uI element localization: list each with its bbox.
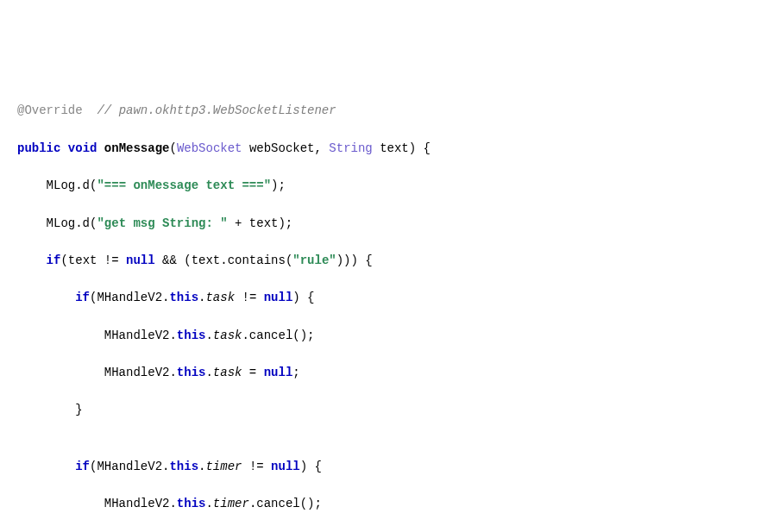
code-line: if(MHandleV2.this.task != null) { [17, 289, 750, 308]
field: task [213, 366, 242, 379]
string: "rule" [292, 253, 336, 267]
text: MHandleV2. [17, 366, 177, 379]
method-name: onMessage [104, 141, 170, 155]
text: != [242, 460, 271, 473]
text: != [235, 291, 264, 304]
text: .cancel(); [249, 497, 322, 510]
comment: // pawn.okhttp3.WebSocketListener [83, 103, 336, 117]
code-line: if(text != null && (text.contains("rule"… [17, 252, 750, 271]
keyword: this [169, 291, 198, 304]
code-line: public void onMessage(WebSocket webSocke… [17, 140, 750, 159]
text: MHandleV2. [17, 497, 177, 510]
text: (text != [60, 253, 126, 267]
text: MLog.d( [17, 178, 97, 192]
text: MLog.d( [17, 216, 97, 230]
annotation: @Override [17, 103, 83, 117]
text: = [242, 366, 263, 379]
code-line: MHandleV2.this.task = null; [17, 364, 750, 383]
keyword: if [75, 460, 90, 473]
text: . [205, 366, 212, 379]
text: MHandleV2. [17, 329, 177, 342]
text: (MHandleV2. [90, 460, 169, 473]
code-line: MHandleV2.this.task.cancel(); [17, 327, 750, 346]
text: (MHandleV2. [90, 291, 169, 304]
keyword: null [126, 253, 155, 267]
text: . [205, 329, 212, 342]
text: .cancel(); [242, 329, 314, 342]
string: "get msg String: " [97, 216, 227, 230]
keyword: if [47, 253, 61, 267]
code-line: MLog.d("get msg String: " + text); [17, 215, 750, 234]
code-line: MLog.d("=== onMessage text ==="); [17, 177, 750, 196]
text: ))) { [336, 253, 373, 267]
text: && (text.contains( [155, 253, 293, 267]
text: . [205, 497, 212, 510]
keyword: void [68, 141, 97, 155]
field: timer [213, 497, 249, 510]
code-line: @Override // pawn.okhttp3.WebSocketListe… [17, 102, 750, 121]
code-line: if(MHandleV2.this.timer != null) { [17, 458, 750, 477]
text: ); [271, 178, 286, 192]
code-line: } [17, 401, 750, 420]
keyword: this [169, 460, 198, 473]
field: task [213, 329, 242, 342]
keyword: this [177, 329, 206, 342]
keyword: public [17, 141, 60, 155]
type: String [329, 141, 372, 155]
string: "=== onMessage text ===" [97, 178, 271, 192]
text: text) { [373, 141, 431, 155]
text: ; [292, 366, 299, 379]
field: task [205, 291, 235, 304]
code-block: @Override // pawn.okhttp3.WebSocketListe… [17, 84, 750, 532]
keyword: null [271, 460, 300, 473]
code-line: MHandleV2.this.timer.cancel(); [17, 495, 750, 514]
field: timer [205, 460, 242, 473]
text: + text); [228, 216, 293, 230]
keyword: if [75, 291, 90, 304]
text: ) { [300, 460, 322, 473]
keyword: this [177, 497, 206, 510]
keyword: null [264, 291, 293, 304]
keyword: null [264, 366, 293, 379]
text: ) { [292, 291, 314, 304]
keyword: this [177, 366, 206, 379]
text: webSocket, [242, 141, 330, 155]
type: WebSocket [177, 141, 242, 155]
